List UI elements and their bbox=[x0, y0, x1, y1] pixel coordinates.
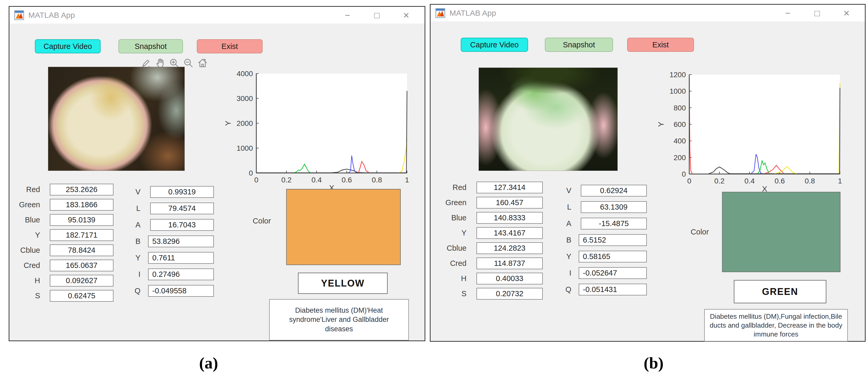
field-row: H0.092627 bbox=[9, 275, 114, 286]
field-label: Q bbox=[532, 285, 571, 294]
svg-text:600: 600 bbox=[674, 120, 686, 129]
field-row: Y0.7611 bbox=[102, 252, 214, 264]
window-title: MATLAB App bbox=[450, 9, 496, 18]
color-fields-column-1: Red127.3414Green160.457Blue140.8333Y143.… bbox=[436, 182, 543, 303]
capture-video-button[interactable]: Capture Video bbox=[35, 39, 101, 54]
field-row: Y0.58165 bbox=[532, 251, 647, 263]
exist-button[interactable]: Exist bbox=[197, 39, 262, 54]
field-value-q[interactable]: -0.049558 bbox=[148, 285, 214, 297]
field-value-v[interactable]: 0.99319 bbox=[150, 186, 214, 198]
field-row: A-15.4875 bbox=[532, 218, 647, 230]
svg-text:Y: Y bbox=[656, 122, 665, 127]
color-fields-column-1: Red253.2626Green183.1866Blue95.0139Y182.… bbox=[9, 184, 114, 305]
snapshot-button[interactable]: Snapshot bbox=[545, 38, 613, 52]
field-row: H0.40033 bbox=[436, 273, 543, 284]
field-row: Cred165.0637 bbox=[9, 259, 114, 271]
field-value-b[interactable]: 6.5152 bbox=[579, 234, 647, 246]
field-value-v[interactable]: 0.62924 bbox=[581, 185, 647, 197]
histogram-chart: 0100020003000400000.20.40.60.81XY bbox=[219, 70, 413, 193]
svg-text:1000: 1000 bbox=[670, 87, 686, 95]
figure-caption-a: (a) bbox=[156, 354, 261, 372]
field-label: S bbox=[436, 289, 466, 298]
field-label: V bbox=[102, 187, 141, 196]
close-button[interactable]: × bbox=[392, 9, 421, 21]
field-label: B bbox=[102, 237, 141, 246]
field-row: Cblue78.8424 bbox=[9, 244, 114, 256]
field-row: I0.27496 bbox=[102, 269, 214, 280]
field-value-q[interactable]: -0.051431 bbox=[579, 284, 647, 296]
field-row: Y143.4167 bbox=[436, 227, 543, 239]
close-button[interactable]: × bbox=[832, 7, 861, 19]
svg-text:0: 0 bbox=[249, 169, 253, 177]
svg-text:0: 0 bbox=[254, 176, 258, 184]
histogram-plot: 0100020003000400000.20.40.60.81XY bbox=[219, 70, 413, 193]
maximize-button[interactable]: □ bbox=[362, 10, 392, 21]
svg-text:1200: 1200 bbox=[670, 71, 686, 79]
svg-text:1: 1 bbox=[838, 177, 842, 185]
field-row: I-0.052647 bbox=[532, 267, 647, 279]
window-title: MATLAB App bbox=[28, 11, 75, 20]
home-icon[interactable] bbox=[197, 58, 208, 69]
field-label: Red bbox=[436, 183, 466, 192]
field-value-l[interactable]: 79.4574 bbox=[150, 203, 214, 214]
figure-caption-b: (b) bbox=[601, 354, 706, 372]
field-row: S0.62475 bbox=[9, 290, 114, 302]
exist-button[interactable]: Exist bbox=[627, 38, 694, 52]
field-value-a[interactable]: -15.4875 bbox=[581, 218, 647, 230]
field-row: V0.62924 bbox=[532, 185, 647, 197]
minimize-button[interactable]: − bbox=[333, 10, 362, 21]
field-row: Green160.457 bbox=[436, 197, 543, 209]
tongue-image bbox=[48, 67, 185, 171]
field-value-y[interactable]: 0.58165 bbox=[579, 251, 647, 263]
field-label: Cblue bbox=[436, 244, 466, 252]
svg-text:0: 0 bbox=[682, 170, 686, 178]
field-row: Red253.2626 bbox=[9, 184, 114, 196]
snapshot-button[interactable]: Snapshot bbox=[119, 39, 183, 54]
svg-text:0.6: 0.6 bbox=[342, 176, 352, 184]
field-value-i[interactable]: -0.052647 bbox=[579, 267, 647, 279]
title-bar: MATLAB App − □ × bbox=[431, 5, 865, 22]
minimize-button[interactable]: − bbox=[773, 8, 803, 18]
matlab-app-window-b: MATLAB App − □ × Capture Video Snapshot … bbox=[430, 4, 866, 342]
field-row: Blue140.8333 bbox=[436, 212, 543, 224]
field-value-i[interactable]: 0.27496 bbox=[148, 269, 214, 280]
field-row: B6.5152 bbox=[532, 234, 647, 246]
color-label: Color bbox=[247, 217, 276, 225]
field-row: Green183.1866 bbox=[9, 199, 114, 211]
svg-text:200: 200 bbox=[674, 153, 686, 162]
field-label: Y bbox=[436, 229, 466, 237]
field-value-l[interactable]: 63.1309 bbox=[581, 201, 647, 213]
field-label: Cblue bbox=[9, 246, 40, 254]
diagnosis-box: Diabetes mellitus (DM)'Heat syndrome'Liv… bbox=[269, 299, 409, 340]
field-row: L63.1309 bbox=[532, 201, 647, 213]
field-label: L bbox=[102, 204, 141, 213]
svg-text:0.4: 0.4 bbox=[312, 176, 322, 184]
field-label: Red bbox=[9, 185, 40, 194]
field-label: A bbox=[102, 220, 141, 229]
svg-text:0.2: 0.2 bbox=[281, 176, 292, 184]
matlab-app-icon bbox=[435, 8, 445, 18]
svg-text:2000: 2000 bbox=[237, 119, 253, 128]
field-row: Cblue124.2823 bbox=[436, 242, 543, 254]
field-label: A bbox=[532, 219, 571, 228]
field-value-y[interactable]: 0.7611 bbox=[148, 252, 214, 264]
field-row: L79.4574 bbox=[102, 203, 214, 214]
field-row: S0.20732 bbox=[436, 288, 543, 300]
color-label: Color bbox=[685, 228, 714, 236]
maximize-button[interactable]: □ bbox=[803, 8, 832, 18]
field-label: Green bbox=[9, 201, 40, 209]
field-label: L bbox=[532, 203, 571, 211]
histogram-chart: 02004006008001000120000.20.40.60.81XY bbox=[652, 71, 846, 194]
field-value-a[interactable]: 16.7043 bbox=[150, 219, 214, 231]
color-fields-column-2: V0.62924L63.1309A-15.4875B6.5152Y0.58165… bbox=[532, 185, 647, 300]
svg-text:3000: 3000 bbox=[237, 95, 253, 103]
field-label: Green bbox=[436, 198, 466, 207]
histogram-plot: 02004006008001000120000.20.40.60.81XY bbox=[652, 71, 846, 194]
capture-video-button[interactable]: Capture Video bbox=[461, 38, 528, 52]
field-label: Blue bbox=[436, 213, 466, 222]
color-fields-column-2: V0.99319L79.4574A16.7043B53.8296Y0.7611I… bbox=[102, 186, 214, 302]
field-row: Q-0.049558 bbox=[102, 285, 214, 297]
field-value-b[interactable]: 53.8296 bbox=[148, 236, 214, 247]
field-row: Q-0.051431 bbox=[532, 284, 647, 296]
field-row: A16.7043 bbox=[102, 219, 214, 231]
